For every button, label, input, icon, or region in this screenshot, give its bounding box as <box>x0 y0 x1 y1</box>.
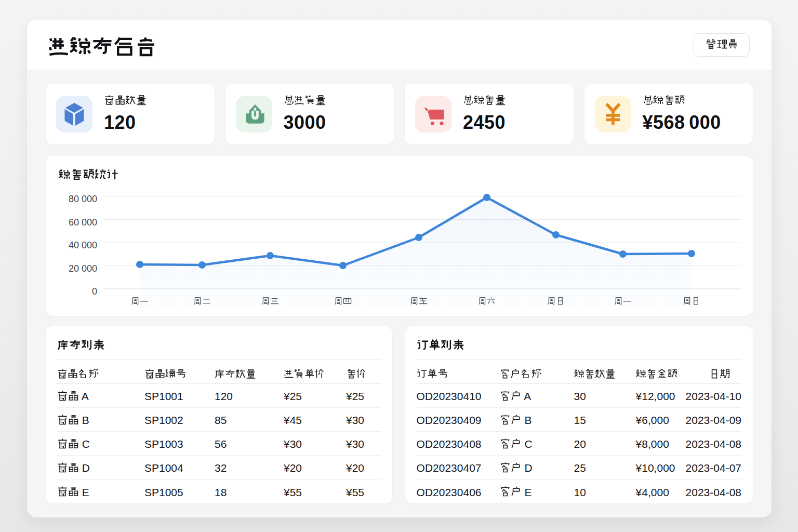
svg-text:80 000: 80 000 <box>69 194 97 204</box>
svg-text:0: 0 <box>92 286 97 297</box>
svg-text:40 000: 40 000 <box>69 240 97 250</box>
svg-text:20 000: 20 000 <box>69 263 97 274</box>
svg-text:60 000: 60 000 <box>69 217 97 228</box>
